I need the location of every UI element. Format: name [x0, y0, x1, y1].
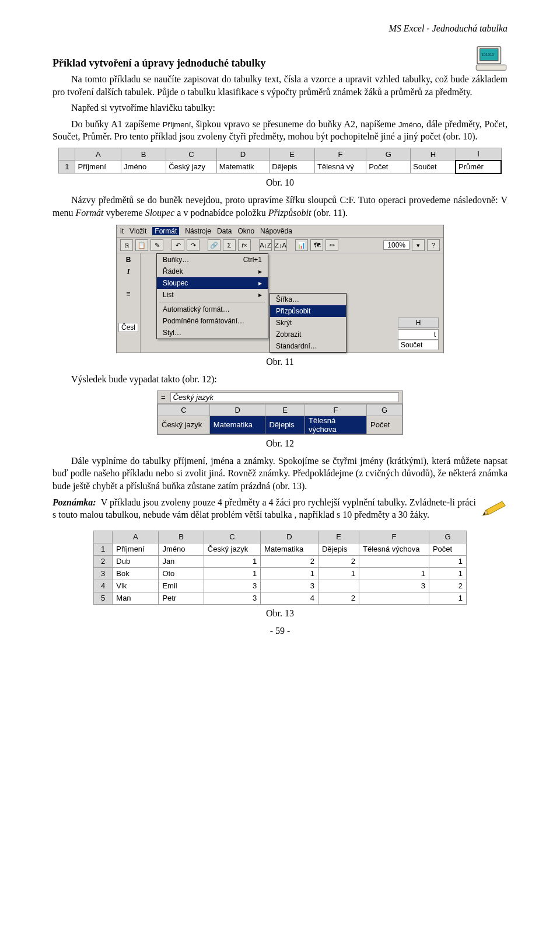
menu-item-sloupec[interactable]: Sloupec▸ [157, 277, 268, 289]
cell: Počet [429, 543, 466, 555]
row-header: 2 [94, 555, 113, 567]
menu-item-styl[interactable]: Styl… [157, 327, 268, 339]
map-icon[interactable]: 🗺 [310, 239, 323, 251]
cell-selected: Dějepis [265, 416, 305, 434]
col-header: D [216, 148, 270, 161]
chevron-right-icon: ▸ [258, 279, 262, 287]
chart-icon[interactable]: 📊 [295, 239, 308, 251]
menu-name-format: Formát [76, 208, 104, 218]
separator [159, 302, 265, 302]
zoom-box[interactable]: 100% [383, 240, 410, 250]
shortcut: Ctrl+1 [243, 256, 262, 264]
submenu-prizpusobit[interactable]: Přizpůsobit [270, 305, 346, 317]
row-header: 3 [94, 567, 113, 580]
col-header: F [359, 531, 429, 543]
figure-11-menu: it Vložit Formát Nástroje Data Okno Nápo… [116, 225, 444, 353]
cell: 4 [261, 592, 318, 604]
row-header: 4 [94, 580, 113, 592]
sum-icon[interactable]: Σ [223, 239, 236, 251]
cell: Počet [367, 416, 402, 434]
cell: 1 [204, 567, 260, 580]
paragraph-1c: Do buňky A1 zapíšeme Příjmení, šipkou vp… [52, 118, 508, 143]
cell [359, 592, 429, 604]
svg-rect-3 [476, 65, 506, 70]
submenu-sirka[interactable]: Šířka… [270, 294, 346, 305]
help-icon[interactable]: ? [427, 239, 440, 251]
menu-item-list[interactable]: List▸ [157, 289, 268, 301]
row-header: 1 [94, 543, 113, 555]
note-label: Poznámka: [52, 497, 96, 507]
cell: 1 [429, 592, 466, 604]
corner-cell [94, 531, 113, 543]
cell: Součet [398, 340, 439, 350]
col-header: A [113, 531, 159, 543]
link-icon[interactable]: 🔗 [208, 239, 220, 251]
cell-selected: Průměr [456, 161, 501, 173]
col-header: B [121, 148, 166, 161]
paste-icon[interactable]: 📋 [135, 239, 148, 251]
drawing-icon[interactable]: ✏ [326, 239, 338, 251]
col-header: H [411, 148, 456, 161]
italic-button[interactable]: I [118, 267, 138, 276]
bold-button[interactable]: B [118, 256, 138, 264]
menu-item-radek[interactable]: Řádek▸ [157, 266, 268, 277]
redo-icon[interactable]: ↷ [187, 239, 200, 251]
caption-11: Obr. 11 [52, 357, 508, 367]
brush-icon[interactable]: ✎ [150, 239, 163, 251]
cell: 1 [429, 555, 466, 567]
copy-icon[interactable]: ⎘ [120, 239, 133, 251]
cell: Matematika [261, 543, 318, 555]
format-dropdown: Buňky… Ctrl+1 Řádek▸ Sloupec▸ List▸ Auto… [156, 253, 268, 339]
cell: Jméno [121, 161, 166, 173]
text: vybereme [104, 208, 145, 218]
paragraph-1a: Na tomto příkladu se naučíte zapisovat d… [52, 73, 508, 98]
col-header: B [159, 531, 204, 543]
label: Automatický formát… [163, 305, 230, 313]
menu-name-sloupec: Sloupec [145, 208, 175, 218]
menu-item-autoformat[interactable]: Automatický formát… [157, 304, 268, 315]
col-header: G [429, 531, 466, 543]
menu-bar: it Vložit Formát Nástroje Data Okno Nápo… [117, 225, 443, 238]
cell [359, 555, 429, 567]
figure-12: = Český jazyk C D E F G Český jazyk Mate… [157, 390, 403, 435]
submenu-zobrazit[interactable]: Zobrazit [270, 329, 346, 340]
col-header: D [261, 531, 318, 543]
menu-item[interactable]: it [120, 227, 124, 235]
paragraph-4: Dále vyplníme do tabulky příjmení, jména… [52, 455, 508, 493]
menu-item[interactable]: Data [217, 227, 232, 235]
cell: 3 [359, 580, 429, 592]
submenu-skryt[interactable]: Skrýt [270, 317, 346, 329]
fx-icon[interactable]: f× [238, 239, 251, 251]
undo-icon[interactable]: ↶ [172, 239, 184, 251]
document-header: MS Excel - Jednoduchá tabulka [52, 23, 508, 34]
cell: Počet [366, 161, 411, 173]
col-header: F [314, 148, 366, 161]
sloupec-submenu: Šířka… Přizpůsobit Skrýt Zobrazit Standa… [270, 293, 346, 353]
formula-bar[interactable]: Český jazyk [170, 392, 399, 402]
col-header: F [304, 404, 366, 416]
page-number: - 59 - [52, 626, 508, 636]
chevron-right-icon: ▸ [258, 267, 262, 276]
cell: Český jazy [166, 161, 217, 173]
sort-desc-icon[interactable]: Z↓A [274, 239, 287, 251]
menu-item[interactable]: Okno [237, 227, 254, 235]
menu-item-format[interactable]: Formát [152, 227, 179, 235]
menu-item-bunky[interactable]: Buňky… Ctrl+1 [157, 254, 268, 266]
sort-asc-icon[interactable]: A↓Z [259, 239, 272, 251]
menu-item[interactable]: Vložit [130, 227, 146, 235]
chevron-right-icon: ▸ [258, 291, 262, 299]
cell-selected: Matematika [209, 416, 265, 434]
cell: Jméno [159, 543, 204, 555]
col-header: E [265, 404, 305, 416]
menu-item[interactable]: Nápověda [260, 227, 292, 235]
menu-item-podm[interactable]: Podmíněné formátování… [157, 315, 268, 327]
menu-item[interactable]: Nástroje [185, 227, 211, 235]
caption-10: Obr. 10 [52, 177, 508, 188]
cell: Český jazyk [158, 416, 210, 434]
row-header: 5 [94, 592, 113, 604]
submenu-standardni[interactable]: Standardní… [270, 340, 346, 352]
table-row: 1 Příjmení Jméno Český jazyk Matematika … [94, 543, 467, 555]
cell-partial: Česl [118, 323, 138, 332]
caption-13: Obr. 13 [52, 608, 508, 619]
chevron-down-icon[interactable]: ▾ [412, 239, 425, 251]
